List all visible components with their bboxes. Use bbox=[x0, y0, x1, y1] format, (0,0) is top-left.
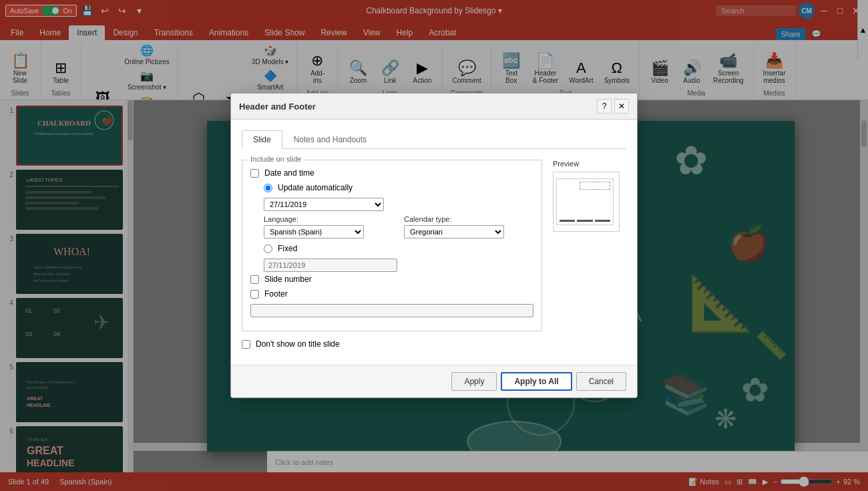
language-label: Language: bbox=[264, 215, 393, 223]
apply-to-all-button[interactable]: Apply to All bbox=[501, 372, 572, 391]
dialog-title-controls: ? ✕ bbox=[597, 99, 629, 114]
dialog-title-bar: Header and Footer ? ✕ bbox=[231, 94, 637, 120]
dont-show-row: Don't show on title slide bbox=[242, 339, 542, 349]
fixed-row: Fixed bbox=[264, 244, 533, 253]
slide-number-checkbox[interactable] bbox=[250, 275, 259, 284]
date-select[interactable]: 27/11/2019 bbox=[264, 198, 384, 211]
tab-notes-handouts[interactable]: Notes and Handouts bbox=[282, 130, 378, 149]
update-auto-label: Update automatically bbox=[278, 183, 353, 192]
footer-row: Footer bbox=[250, 289, 533, 299]
fixed-radio[interactable] bbox=[264, 244, 272, 253]
header-footer-dialog: Header and Footer ? ✕ Slide Notes and Ha… bbox=[230, 93, 638, 398]
section-label: Include on slide bbox=[248, 155, 304, 163]
preview-footer bbox=[560, 220, 610, 222]
language-col: Language: Spanish (Spain) bbox=[264, 215, 393, 238]
tab-slide[interactable]: Slide bbox=[242, 130, 282, 149]
dialog-title: Header and Footer bbox=[239, 102, 316, 112]
update-auto-radio[interactable] bbox=[264, 184, 272, 192]
lang-calendar-row: Language: Spanish (Spain) Calendar type:… bbox=[264, 215, 533, 238]
preview-footer-line-1 bbox=[560, 220, 575, 222]
footer-input[interactable] bbox=[250, 304, 533, 317]
dialog-content: Slide Notes and Handouts Include on slid… bbox=[231, 120, 637, 365]
slide-number-label: Slide number bbox=[264, 275, 312, 284]
date-time-checkbox[interactable] bbox=[250, 169, 259, 178]
date-time-label: Date and time bbox=[264, 168, 314, 178]
apply-button[interactable]: Apply bbox=[451, 372, 497, 391]
dont-show-label: Don't show on title slide bbox=[256, 339, 340, 349]
footer-checkbox[interactable] bbox=[250, 290, 259, 299]
preview-footer-line-2 bbox=[577, 220, 592, 222]
fixed-date-input[interactable] bbox=[264, 259, 397, 272]
dialog-help-button[interactable]: ? bbox=[597, 99, 612, 114]
dialog-left: Include on slide Date and time Update au… bbox=[242, 160, 542, 354]
fixed-label: Fixed bbox=[278, 244, 297, 253]
date-time-row: Date and time bbox=[250, 168, 533, 178]
preview-slide bbox=[556, 178, 614, 225]
calendar-label: Calendar type: bbox=[404, 215, 533, 223]
dialog-overlay: Header and Footer ? ✕ Slide Notes and Ha… bbox=[0, 0, 868, 491]
dont-show-checkbox[interactable] bbox=[242, 340, 250, 349]
fixed-date-row bbox=[264, 259, 533, 272]
update-auto-row: Update automatically bbox=[264, 183, 533, 192]
include-on-slide-section: Include on slide Date and time Update au… bbox=[242, 160, 542, 331]
preview-header bbox=[580, 182, 610, 190]
preview-section: Preview bbox=[553, 160, 626, 354]
calendar-col: Calendar type: Gregorian bbox=[404, 215, 533, 238]
preview-box bbox=[553, 172, 620, 232]
dialog-tabs: Slide Notes and Handouts bbox=[242, 130, 626, 149]
calendar-select[interactable]: Gregorian bbox=[404, 225, 504, 238]
date-dropdown-row: 27/11/2019 bbox=[264, 198, 533, 211]
preview-label: Preview bbox=[553, 160, 626, 168]
dialog-close-button[interactable]: ✕ bbox=[614, 99, 629, 114]
cancel-button[interactable]: Cancel bbox=[576, 372, 626, 391]
slide-number-row: Slide number bbox=[250, 275, 533, 284]
dialog-body: Include on slide Date and time Update au… bbox=[242, 160, 626, 354]
dialog-footer: Apply Apply to All Cancel bbox=[231, 365, 637, 397]
preview-footer-line-3 bbox=[595, 220, 610, 222]
language-select[interactable]: Spanish (Spain) bbox=[264, 225, 364, 238]
footer-label: Footer bbox=[264, 289, 288, 299]
footer-input-row bbox=[250, 304, 533, 317]
